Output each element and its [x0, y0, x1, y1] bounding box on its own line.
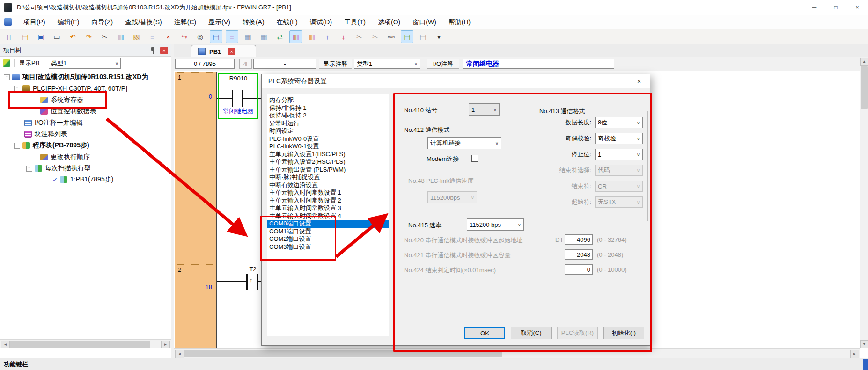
format-row-select[interactable]: 1 ∨	[595, 149, 643, 160]
dialog-button[interactable]: PLC读取(R)	[557, 327, 598, 339]
list-display-icon[interactable]: ≡	[226, 30, 238, 43]
list-item[interactable]: PLC-linkW0-1设置	[267, 143, 389, 151]
list-item[interactable]: 保持/非保持 2	[267, 112, 389, 120]
list-item[interactable]: COM1端口设置	[267, 228, 389, 236]
list-item[interactable]: 中断有效边沿设置	[267, 181, 389, 189]
tree-node-block-comment[interactable]: 块注释列表	[24, 130, 67, 139]
list-item[interactable]: COM3端口设置	[267, 243, 389, 251]
list-item[interactable]: 时间设定	[267, 127, 389, 135]
format-row-select[interactable]: 无STX ∨	[595, 196, 643, 208]
tree-node-position-table[interactable]: 位置控制数据表	[40, 107, 96, 116]
format-row-select[interactable]: 8位 ∨	[595, 117, 643, 128]
ladder-h-scrollbar[interactable]: ◄ ►	[174, 348, 860, 358]
convert-icon[interactable]: ⇄	[273, 30, 286, 43]
io-comment-button[interactable]: I/O注释	[427, 59, 459, 69]
register-category-list[interactable]: 内存分配保持/非保持 1保持/非保持 2异常时运行时间设定PLC-linkW0-…	[267, 94, 389, 336]
grid-display-2-icon[interactable]: ▦	[257, 30, 270, 43]
list-item[interactable]: 中断·脉冲捕捉设置	[267, 174, 389, 181]
scroll-down-icon[interactable]: ▼	[860, 340, 868, 348]
list-item[interactable]: 主单元输入时间常数设置 1	[267, 189, 389, 197]
expand-toggle[interactable]: −	[26, 166, 32, 172]
pc-upload-icon[interactable]: ↑	[321, 30, 334, 43]
monitor-run-icon[interactable]: ▤	[401, 30, 413, 43]
tree-node-change-order[interactable]: 更改执行顺序	[40, 152, 90, 162]
menu-item[interactable]: 向导(Z)	[85, 15, 119, 29]
paste-icon[interactable]: ▧	[130, 30, 143, 43]
new-file-icon[interactable]: ▯	[3, 30, 15, 43]
tree-node-program-block[interactable]: − 程序块(PB-7895步)	[14, 141, 89, 150]
jump-icon[interactable]: ↪	[178, 30, 191, 43]
status-display-icon[interactable]: ▥	[305, 30, 318, 43]
modem-checkbox[interactable]	[471, 155, 478, 162]
list-item[interactable]: 主单元输入设置1(HSC/PLS)	[267, 151, 389, 159]
list-item[interactable]: 主单元输入时间常数设置 4	[267, 212, 389, 220]
toolbar-overflow-icon[interactable]: ▾	[433, 30, 445, 43]
maximize-button[interactable]: □	[825, 0, 846, 15]
tab-close-icon[interactable]: ×	[228, 48, 235, 55]
find-icon[interactable]: ◎	[194, 30, 206, 43]
pin-icon[interactable]	[150, 47, 156, 54]
no424-input[interactable]: 0	[565, 264, 593, 275]
no410-select[interactable]: 1 ∨	[469, 103, 500, 116]
online-monitor-icon[interactable]: ▥	[289, 30, 302, 43]
print-icon[interactable]: ▭	[51, 30, 63, 43]
format-row-select[interactable]: 奇校验 ∨	[595, 133, 643, 144]
redo-icon[interactable]: ↷	[82, 30, 95, 43]
no421-input[interactable]: 2048	[565, 249, 593, 260]
pb-type-select[interactable]: 类型1 ∨	[49, 58, 121, 69]
save-icon[interactable]: ▣	[35, 30, 47, 43]
menu-item[interactable]: 编辑(E)	[51, 15, 86, 29]
tree-node-plc[interactable]: − PLC[FP-XH C30T/P, 40T, 60T/P]	[14, 84, 127, 93]
panel-close-button[interactable]: ×	[160, 47, 168, 54]
tree-node-project[interactable]: − 项目[改造模切机5加传0R103.R151.改XD为	[4, 73, 148, 82]
list-item[interactable]: 保持/非保持 1	[267, 104, 389, 112]
delete-row-icon[interactable]: ×	[162, 30, 175, 43]
undo-icon[interactable]: ↶	[66, 30, 79, 43]
pc-download-icon[interactable]: ↓	[337, 30, 350, 43]
tree-node-pb1[interactable]: ✓ 1:PB1(7895步)	[52, 175, 113, 184]
scrollbar-thumb[interactable]	[10, 341, 150, 348]
run-mode-icon[interactable]: RUN	[385, 30, 397, 43]
cut-icon[interactable]: ✂	[98, 30, 111, 43]
tree-node-scan-type[interactable]: − 每次扫描执行型	[26, 164, 91, 173]
menu-item[interactable]: 在线(L)	[271, 15, 304, 29]
online-edit-icon[interactable]: ✂	[353, 30, 366, 43]
list-item[interactable]: 主单元输入时间常数设置 3	[267, 204, 389, 212]
comment-edit-icon[interactable]: ▤	[210, 30, 222, 43]
tree-node-system-register[interactable]: 系统寄存器	[40, 95, 83, 105]
dialog-button[interactable]: OK	[464, 327, 505, 339]
list-item[interactable]: 异常时运行	[267, 120, 389, 128]
rung1-margin-cell[interactable]: 1 0	[175, 72, 216, 264]
pb-filter-icon[interactable]	[3, 59, 10, 67]
list-item[interactable]: 主单元输入时间常数设置 2	[267, 197, 389, 205]
expand-toggle[interactable]: −	[14, 86, 20, 92]
ladder-v-scrollbar[interactable]: ▲ ▼	[860, 57, 868, 348]
scrollbar-thumb[interactable]	[861, 66, 868, 109]
menu-item[interactable]: 显示(V)	[202, 15, 236, 29]
show-comment-button[interactable]: 显示注释	[319, 59, 352, 69]
dialog-button[interactable]: 取消(C)	[511, 327, 552, 339]
scroll-right-icon[interactable]: ►	[161, 341, 170, 348]
selected-cell-outline[interactable]	[218, 73, 258, 119]
insert-row-icon[interactable]: ≡	[146, 30, 159, 43]
no415-select[interactable]: 115200 bps ∨	[467, 218, 524, 231]
io-comment-field[interactable]: 常闭继电器	[463, 59, 614, 69]
list-item[interactable]: 内存分配	[267, 96, 389, 104]
scroll-right-icon[interactable]: ►	[850, 350, 859, 358]
list-item[interactable]: 主单元输出设置 (PLS/PWM)	[267, 166, 389, 174]
rung2-margin-cell[interactable]: 2 18	[175, 264, 216, 348]
list-item[interactable]: COM0端口设置	[267, 220, 389, 228]
format-row-select[interactable]: 代码 ∨	[595, 165, 643, 176]
menu-item[interactable]: 工具(T)	[338, 15, 372, 29]
comment-type-select[interactable]: 类型1 ∨	[354, 59, 420, 69]
scroll-up-icon[interactable]: ▲	[860, 58, 868, 66]
list-item[interactable]: COM2端口设置	[267, 235, 389, 243]
format-row-select[interactable]: CR ∨	[595, 181, 643, 192]
list-item[interactable]: 主单元输入设置2(HSC/PLS)	[267, 158, 389, 166]
tree-h-scrollbar[interactable]: ◄ ►	[0, 339, 171, 348]
open-folder-icon[interactable]: ▤	[19, 30, 31, 43]
menu-item[interactable]: 帮助(H)	[442, 15, 477, 29]
scrollbar-thumb[interactable]	[184, 350, 502, 357]
expand-toggle[interactable]: −	[14, 143, 20, 149]
menu-item[interactable]: 窗口(W)	[406, 15, 442, 29]
